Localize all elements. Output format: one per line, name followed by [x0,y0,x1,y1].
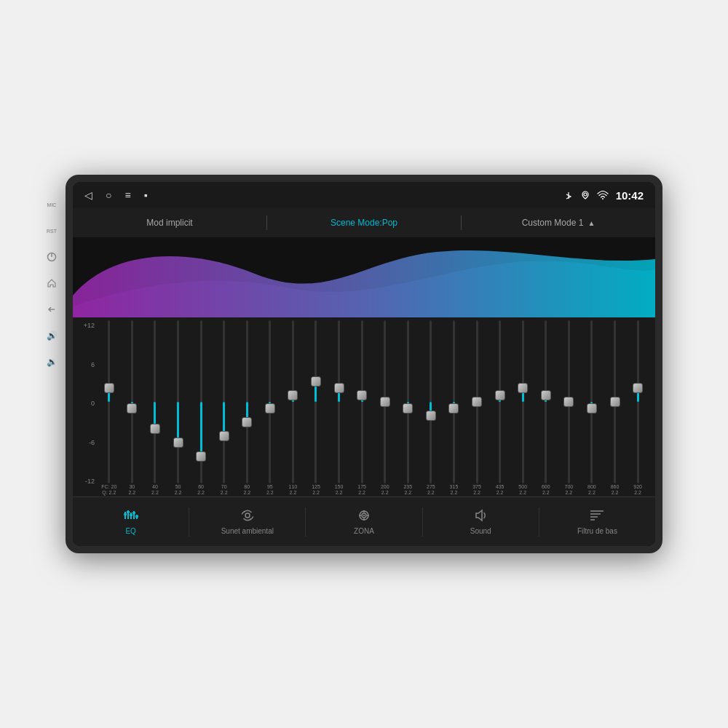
slider-track-container[interactable] [465,320,488,483]
eq-band-30[interactable]: 30 2.2 [121,320,144,496]
slider-knob[interactable] [495,390,505,400]
slider-knob[interactable] [311,376,321,387]
slider-track-container[interactable] [143,320,167,483]
home-nav-icon[interactable]: ○ [106,189,111,201]
eq-band-20[interactable]: FC: 20 Q: 2.2 [98,320,121,496]
slider-track-container[interactable] [626,320,649,483]
tab-zona[interactable]: ZONA [306,497,422,546]
tab-eq[interactable]: EQ [73,497,189,546]
eq-band-920[interactable]: 920 2.2 [626,320,649,496]
mode-implicit[interactable]: Mod implicit [73,208,266,237]
slider-track-container[interactable] [558,320,581,483]
menu-nav-icon[interactable]: ≡ [124,189,130,201]
slider-knob[interactable] [196,451,206,462]
slider-knob[interactable] [541,390,551,400]
eq-band-435[interactable]: 435 2.2 [488,320,512,496]
slider-knob[interactable] [242,417,252,427]
vol-down-icon[interactable]: 🔉 [44,354,60,370]
slider-knob[interactable] [380,397,390,407]
slider-knob[interactable] [150,424,160,434]
eq-band-125[interactable]: 125 2.2 [304,320,328,496]
eq-band-800[interactable]: 800 2.2 [580,320,604,496]
eq-band-235[interactable]: 235 2.2 [397,320,420,496]
slider-track-container[interactable] [258,320,282,483]
slider-knob[interactable] [127,403,137,414]
wifi-icon [597,191,609,199]
q-label: 2.2 [197,490,205,496]
q-label: 2.2 [358,490,365,496]
freq-label: 200 [381,483,389,490]
q-label: 2.2 [404,490,411,496]
slider-track-container[interactable] [167,320,190,483]
home-icon[interactable] [44,275,60,291]
slider-track-container[interactable] [397,320,420,483]
slider-knob[interactable] [610,397,620,407]
slider-knob[interactable] [448,403,459,414]
slider-track-container[interactable] [121,320,144,483]
eq-band-150[interactable]: 150 2.2 [328,320,351,496]
slider-track-container[interactable] [604,320,627,483]
slider-track-container[interactable] [580,320,604,483]
slider-knob[interactable] [357,390,367,400]
slider-track [545,320,547,483]
freq-label: 375 [472,483,481,490]
slider-knob[interactable] [403,403,413,414]
slider-track-container[interactable] [235,320,258,483]
eq-band-860[interactable]: 860 2.2 [604,320,627,496]
vol-up-icon[interactable]: 🔊 [44,328,60,344]
tab-sunet-ambiental[interactable]: Sunet ambiental [189,497,305,546]
eq-band-80[interactable]: 80 2.2 [235,320,258,496]
slider-track-container[interactable] [511,320,534,483]
eq-band-600[interactable]: 600 2.2 [534,320,558,496]
slider-knob[interactable] [426,411,436,421]
eq-band-70[interactable]: 70 2.2 [213,320,236,496]
db-labels: +12 6 0 -6 -12 [79,320,98,496]
slider-track-container[interactable] [443,320,466,483]
eq-band-700[interactable]: 700 2.2 [558,320,581,496]
tab-sound[interactable]: Sound [423,497,539,546]
slider-track-container[interactable] [373,320,397,483]
bluetooth-icon [563,191,574,199]
filter-icon [589,509,605,524]
slider-knob[interactable] [563,397,574,407]
slider-fill [177,402,179,443]
power-icon[interactable] [44,249,60,265]
slider-knob[interactable] [633,383,643,393]
slider-knob[interactable] [104,383,114,393]
slider-knob[interactable] [334,383,344,393]
back-nav-icon[interactable]: ◁ [84,189,92,201]
eq-band-275[interactable]: 275 2.2 [419,320,443,496]
slider-track-container[interactable] [282,320,305,483]
tab-filtru[interactable]: Filtru de bas [539,497,655,546]
slider-track-container[interactable] [189,320,213,483]
slider-track-container[interactable] [534,320,558,483]
slider-knob[interactable] [265,403,275,414]
slider-track-container[interactable] [350,320,373,483]
slider-track-container[interactable] [419,320,443,483]
slider-track-container[interactable] [328,320,351,483]
slider-knob[interactable] [219,431,229,441]
eq-band-315[interactable]: 315 2.2 [443,320,466,496]
eq-band-175[interactable]: 175 2.2 [350,320,373,496]
slider-knob[interactable] [472,397,482,407]
slider-knob[interactable] [587,403,597,414]
eq-band-95[interactable]: 95 2.2 [258,320,282,496]
slider-knob[interactable] [518,383,528,393]
eq-band-40[interactable]: 40 2.2 [143,320,167,496]
recent-nav-icon[interactable]: ▪ [144,189,148,201]
slider-track-container[interactable] [488,320,512,483]
slider-track-container[interactable] [213,320,236,483]
slider-track-container[interactable] [98,320,121,483]
mode-custom[interactable]: Custom Mode 1 ▲ [462,208,655,237]
eq-band-60[interactable]: 60 2.2 [189,320,213,496]
slider-track-container[interactable] [304,320,328,483]
slider-knob[interactable] [173,438,183,448]
eq-band-200[interactable]: 200 2.2 [373,320,397,496]
eq-band-50[interactable]: 50 2.2 [167,320,190,496]
eq-band-375[interactable]: 375 2.2 [465,320,488,496]
back-icon[interactable] [44,301,60,317]
mode-scene[interactable]: Scene Mode:Pop [267,208,461,237]
eq-band-500[interactable]: 500 2.2 [511,320,534,496]
slider-knob[interactable] [288,390,298,400]
eq-band-110[interactable]: 110 2.2 [282,320,305,496]
